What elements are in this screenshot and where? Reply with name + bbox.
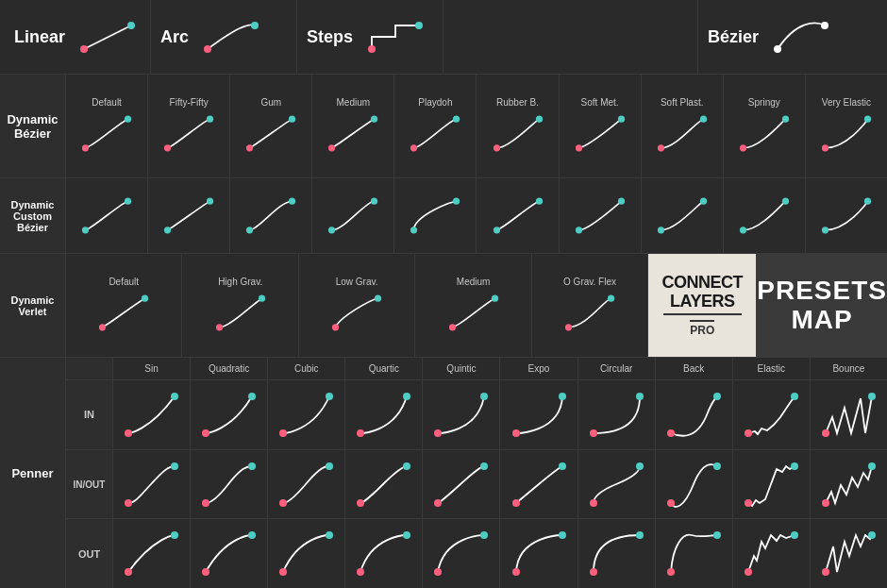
svg-point-40 <box>535 198 542 205</box>
svg-point-33 <box>246 227 253 233</box>
penner-in-row: IN <box>66 380 887 450</box>
svg-line-0 <box>84 25 131 49</box>
svg-point-7 <box>774 45 781 53</box>
svg-point-34 <box>289 198 295 205</box>
svg-point-64 <box>326 393 333 400</box>
svg-point-27 <box>822 144 828 151</box>
penner-content: Sin Quadratic Cubic Quartic Quintic Expo… <box>66 358 887 588</box>
svg-point-62 <box>248 393 256 400</box>
svg-point-86 <box>403 462 410 470</box>
svg-point-101 <box>202 568 209 576</box>
arc-label: Arc <box>160 27 189 47</box>
svg-point-13 <box>246 144 253 151</box>
svg-point-106 <box>403 531 410 539</box>
svg-point-103 <box>279 568 287 576</box>
row-dynamic-bezier: DynamicBézier Default Fifty-Fifty <box>0 75 887 178</box>
svg-point-46 <box>782 198 789 205</box>
svg-point-66 <box>403 393 410 400</box>
svg-point-83 <box>279 499 287 507</box>
svg-point-93 <box>667 499 675 507</box>
svg-point-17 <box>410 144 417 151</box>
svg-point-111 <box>590 568 597 576</box>
verlet-low-grav: Low Grav. <box>299 254 415 357</box>
svg-point-82 <box>248 462 256 470</box>
svg-point-53 <box>332 324 339 330</box>
main-container: Linear Arc Steps <box>0 0 887 588</box>
svg-point-76 <box>791 393 798 400</box>
svg-point-99 <box>125 568 132 576</box>
svg-point-48 <box>864 198 871 205</box>
svg-point-87 <box>434 499 442 507</box>
svg-point-118 <box>868 531 876 539</box>
svg-point-4 <box>251 22 259 29</box>
svg-point-56 <box>491 295 497 302</box>
penner-header: Sin Quadratic Cubic Quartic Quintic Expo… <box>66 358 887 380</box>
dynamic-verlet-label: DynamicVerlet <box>0 254 66 357</box>
svg-point-8 <box>821 22 828 29</box>
svg-point-35 <box>328 227 335 233</box>
svg-point-42 <box>618 198 625 205</box>
svg-point-41 <box>576 227 582 233</box>
svg-point-16 <box>371 116 377 123</box>
svg-point-97 <box>822 499 829 507</box>
svg-point-52 <box>259 295 265 302</box>
svg-point-19 <box>493 144 499 151</box>
svg-point-89 <box>512 499 520 507</box>
preset-very-elastic: Very Elastic <box>806 75 887 177</box>
arc-curve <box>198 16 264 59</box>
bezier-curve <box>768 16 834 59</box>
svg-point-94 <box>713 462 721 470</box>
svg-point-96 <box>791 462 798 470</box>
preset-springy: Springy <box>724 75 806 177</box>
preset-default: Default <box>66 75 148 177</box>
penner-inout-cells <box>113 450 887 519</box>
verlet-o-grav-flex: O Grav. Flex <box>532 254 648 357</box>
penner-in-cells <box>113 380 887 449</box>
dynamic-custom-bezier-presets <box>66 178 887 253</box>
svg-point-80 <box>171 462 178 470</box>
svg-point-68 <box>480 393 488 400</box>
svg-point-49 <box>99 324 106 330</box>
svg-point-88 <box>480 462 488 470</box>
svg-point-115 <box>745 568 752 576</box>
svg-point-112 <box>636 531 644 539</box>
svg-point-21 <box>576 144 582 151</box>
svg-point-38 <box>453 198 460 205</box>
svg-point-25 <box>740 144 746 151</box>
svg-point-73 <box>667 429 675 437</box>
svg-point-65 <box>357 429 364 437</box>
svg-point-92 <box>636 462 644 470</box>
svg-point-84 <box>326 462 333 470</box>
dynamic-bezier-label: DynamicBézier <box>0 75 66 177</box>
penner-out-row: OUT <box>66 519 887 588</box>
svg-point-67 <box>434 429 442 437</box>
row-linear: Linear Arc Steps <box>0 0 887 75</box>
svg-point-9 <box>82 144 89 151</box>
svg-point-15 <box>328 144 335 151</box>
svg-point-44 <box>700 198 707 205</box>
row-penner: Penner Sin Quadratic Cubic Quartic Quint… <box>0 358 887 588</box>
presets-map-text: PRESETSMAP <box>757 277 887 335</box>
svg-point-22 <box>618 116 625 123</box>
svg-point-91 <box>590 499 597 507</box>
svg-point-51 <box>216 324 223 330</box>
dynamic-custom-bezier-label: DynamicCustomBézier <box>0 178 66 253</box>
svg-point-24 <box>700 116 707 123</box>
svg-point-90 <box>559 462 566 470</box>
svg-point-75 <box>745 429 752 437</box>
svg-point-100 <box>171 531 178 539</box>
svg-point-5 <box>368 45 376 53</box>
svg-point-57 <box>565 324 572 330</box>
svg-point-110 <box>559 531 566 539</box>
penner-out-cells <box>113 519 887 588</box>
svg-point-69 <box>512 429 520 437</box>
verlet-medium: Medium <box>415 254 531 357</box>
svg-point-61 <box>202 429 209 437</box>
steps-curve <box>362 16 428 59</box>
penner-inout-row: IN/OUT <box>66 450 887 520</box>
svg-point-45 <box>740 227 746 233</box>
svg-point-58 <box>608 295 614 302</box>
svg-point-55 <box>448 324 455 330</box>
svg-point-85 <box>357 499 364 507</box>
svg-point-113 <box>667 568 675 576</box>
